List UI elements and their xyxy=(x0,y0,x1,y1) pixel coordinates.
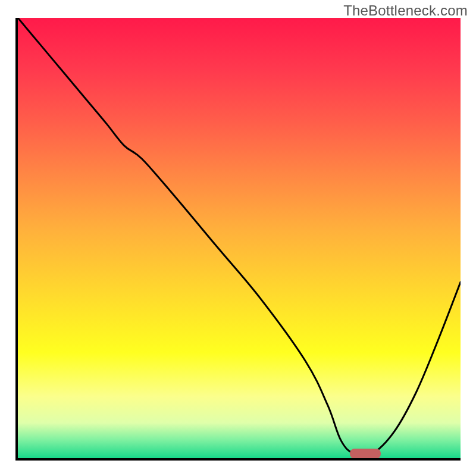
chart-plot-area xyxy=(15,18,461,461)
chart-curve xyxy=(18,18,461,458)
chart-minimum-marker xyxy=(350,449,381,458)
watermark-label: TheBottleneck.com xyxy=(343,2,468,19)
